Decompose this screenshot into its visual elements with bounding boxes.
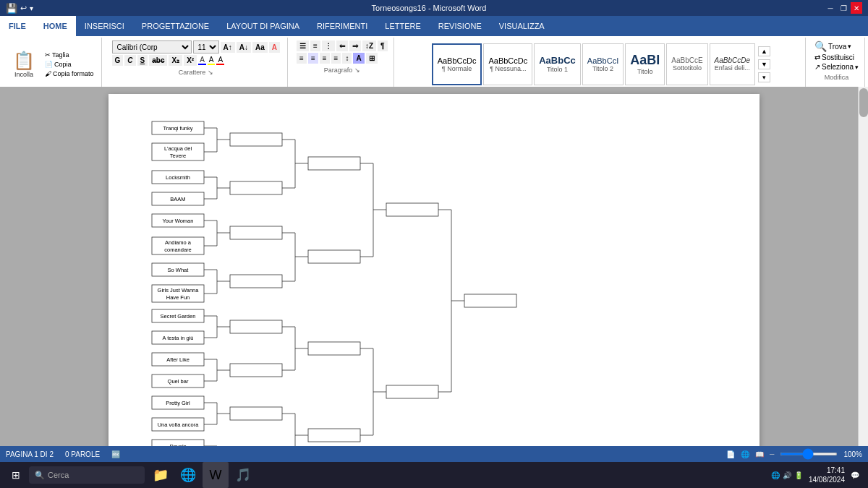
copia-formato-button[interactable]: 🖌 Copia formato — [42, 69, 97, 78]
svg-rect-44 — [230, 181, 282, 194]
svg-text:comandare: comandare — [164, 247, 192, 253]
title-bar: 💾 ↩ ▾ Torneosongs16 - Microsoft Word ─ ❐… — [0, 0, 868, 16]
svg-text:After Like: After Like — [166, 356, 190, 363]
svg-text:L'acqua del: L'acqua del — [164, 145, 192, 152]
tab-file[interactable]: FILE — [0, 16, 35, 36]
underline-button[interactable]: S — [137, 55, 148, 66]
copia-button[interactable]: 📄 Copia — [42, 60, 97, 69]
style-titolo2[interactable]: AaBbCcI Titolo 2 — [582, 43, 624, 85]
case-button[interactable]: Aa — [252, 42, 268, 53]
svg-text:BAAM: BAAM — [170, 196, 185, 202]
svg-text:Quel bar: Quel bar — [168, 378, 189, 385]
numbered-list-button[interactable]: ≡ — [310, 40, 320, 51]
style-titolo1[interactable]: AaBbCc Titolo 1 — [534, 43, 581, 85]
word-count: 0 PAROLE — [65, 450, 100, 458]
shading-button[interactable]: A — [353, 53, 364, 64]
decrease-indent-button[interactable]: ⇐ — [336, 40, 348, 51]
styles-scroll-up[interactable]: ▲ — [758, 46, 770, 56]
network-icon[interactable]: 🌐 — [771, 471, 780, 479]
tab-lettere[interactable]: LETTERE — [376, 16, 430, 36]
font-color-button[interactable]: A — [198, 56, 206, 65]
view-web-icon[interactable]: 🌐 — [741, 450, 749, 458]
tab-riferimenti[interactable]: RIFERIMENTI — [308, 16, 376, 36]
align-left-button[interactable]: ≡ — [297, 53, 307, 64]
view-print-icon[interactable]: 📄 — [726, 450, 735, 458]
multilevel-list-button[interactable]: ⋮ — [322, 40, 335, 51]
svg-text:So What: So What — [168, 267, 190, 273]
style-sottotitolo[interactable]: AaBbCcE Sottotitolo — [666, 43, 707, 85]
justify-button[interactable]: ≡ — [331, 53, 341, 64]
page-count: PAGINA 1 DI 2 — [6, 450, 54, 458]
styles-scroll-down[interactable]: ▼ — [758, 59, 770, 69]
font-grow-button[interactable]: A↑ — [221, 42, 235, 53]
tab-progettazione[interactable]: PROGETTAZIONE — [133, 16, 218, 36]
proofing-icon[interactable]: 🔤 — [111, 450, 120, 458]
borders-button[interactable]: ⊞ — [366, 53, 378, 64]
tab-home[interactable]: HOME — [35, 16, 76, 36]
line-spacing-button[interactable]: ↕ — [342, 53, 352, 64]
spotify-icon[interactable]: 🎵 — [230, 462, 256, 488]
highlight-button[interactable]: A — [208, 56, 216, 65]
clock[interactable]: 17:41 14/08/2024 — [809, 466, 845, 484]
file-explorer-icon[interactable]: 📁 — [148, 462, 174, 488]
search-icon: 🔍 — [35, 471, 45, 480]
vertical-scrollbar[interactable] — [858, 87, 868, 446]
close-button[interactable]: ✕ — [851, 2, 862, 14]
style-enfasi[interactable]: AaBbCcDe Enfasi deli... — [710, 43, 755, 85]
sostituisci-button[interactable]: ⇄ Sostituisci — [814, 53, 859, 61]
minimize-button[interactable]: ─ — [825, 2, 836, 14]
zoom-slider[interactable] — [780, 453, 838, 455]
svg-text:Secret Garden: Secret Garden — [161, 313, 196, 320]
font-size-select[interactable]: 11 — [193, 40, 219, 53]
taglia-button[interactable]: ✂ Taglia — [42, 51, 97, 59]
incolla-button[interactable]: 📋 Incolla — [7, 48, 41, 81]
start-button[interactable]: ⊞ — [3, 462, 29, 488]
view-read-icon[interactable]: 📖 — [755, 450, 764, 458]
svg-rect-99 — [386, 203, 438, 216]
chrome-icon[interactable]: 🌐 — [175, 462, 201, 488]
trova-button[interactable]: 🔍 Trova ▾ — [814, 40, 859, 52]
modifica-label: Modifica — [825, 74, 849, 81]
style-nessuna[interactable]: AaBbCcDc ¶ Nessuna... — [483, 43, 532, 85]
notification-icon[interactable]: 💬 — [851, 471, 859, 479]
tab-visualizza[interactable]: VISUALIZZA — [490, 16, 553, 36]
carattere-label: Carattere ↘ — [179, 69, 213, 76]
sound-icon[interactable]: 🔊 — [783, 471, 791, 479]
styles-expand[interactable]: ▾ — [758, 72, 770, 82]
clear-format-button[interactable]: A — [269, 42, 280, 53]
paragraph-mark-button[interactable]: ¶ — [378, 40, 388, 51]
search-bar[interactable]: 🔍 Cerca — [29, 466, 145, 484]
sort-button[interactable]: ↕Z — [362, 40, 376, 51]
date-display: 14/08/2024 — [809, 475, 845, 484]
bold-button[interactable]: G — [112, 55, 124, 66]
text-color-button[interactable]: A — [216, 56, 224, 65]
style-normal[interactable]: AaBbCcDc ¶ Normale — [432, 43, 482, 85]
ribbon-tabs: FILE HOME INSERISCI PROGETTAZIONE LAYOUT… — [0, 16, 868, 36]
zoom-level: 100% — [843, 450, 862, 458]
bullet-list-button[interactable]: ☰ — [297, 40, 309, 51]
seleziona-button[interactable]: ↗ Seleziona ▾ — [814, 63, 859, 71]
svg-text:Locksmith: Locksmith — [166, 174, 190, 181]
word-icon[interactable]: W — [203, 462, 229, 488]
restore-button[interactable]: ❐ — [838, 2, 849, 14]
align-center-button[interactable]: ≡ — [308, 53, 318, 64]
tab-inserisci[interactable]: INSERISCI — [76, 16, 133, 36]
increase-indent-button[interactable]: ⇒ — [349, 40, 361, 51]
style-titolo[interactable]: AaBI Titolo — [625, 43, 665, 85]
document-area: Tranqi funky L'acqua del Tevere Locksmit… — [0, 87, 868, 446]
subscript-button[interactable]: X₂ — [169, 55, 182, 66]
strikethrough-button[interactable]: abc — [149, 55, 167, 66]
align-right-button[interactable]: ≡ — [320, 53, 330, 64]
battery-icon[interactable]: 🔋 — [794, 471, 803, 479]
tab-layout[interactable]: LAYOUT DI PAGINA — [218, 16, 308, 36]
svg-rect-94 — [308, 429, 360, 442]
svg-rect-64 — [230, 364, 282, 377]
svg-text:Pretty Girl: Pretty Girl — [166, 400, 190, 406]
svg-rect-104 — [386, 385, 438, 398]
font-shrink-button[interactable]: A↓ — [237, 42, 251, 53]
svg-text:Girls Just Wanna: Girls Just Wanna — [158, 287, 200, 294]
italic-button[interactable]: C — [124, 55, 135, 66]
superscript-button[interactable]: X² — [184, 55, 197, 66]
font-name-select[interactable]: Calibri (Corp — [112, 40, 192, 53]
tab-revisione[interactable]: REVISIONE — [430, 16, 490, 36]
